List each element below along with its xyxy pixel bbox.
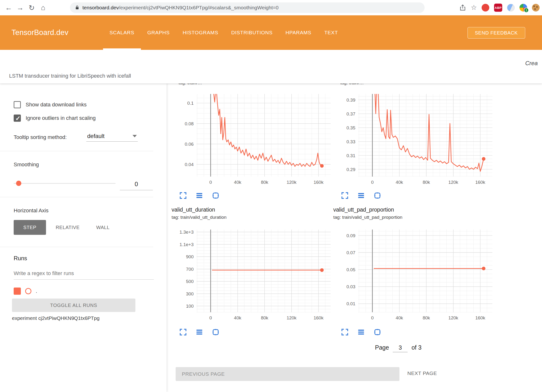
chart-canvas[interactable]: 040k80k120k160k0.040.060.080.1 — [175, 87, 333, 187]
scalar-chart[interactable]: 040k80k120k160k0.290.310.330.350.370.39 — [337, 87, 495, 188]
axis-relative-button[interactable]: RELATIVE — [49, 220, 86, 235]
tab-hparams[interactable]: HPARAMS — [279, 15, 318, 50]
svg-text:80k: 80k — [423, 180, 430, 185]
chart-card: tag: train/… 040k80k120k160k0.290.310.33… — [333, 82, 495, 188]
forward-icon[interactable]: → — [14, 4, 26, 12]
run-filter-input[interactable] — [14, 269, 154, 280]
next-page-button[interactable]: NEXT PAGE — [407, 370, 437, 376]
axis-step-button[interactable]: STEP — [14, 220, 46, 235]
reload-icon[interactable]: ↻ — [26, 4, 37, 12]
svg-text:0.06: 0.06 — [185, 142, 194, 147]
view-data-icon[interactable] — [196, 192, 203, 199]
tab-graphs[interactable]: GRAPHS — [141, 15, 176, 50]
smoothing-label: Smoothing — [14, 161, 39, 168]
slider-track[interactable] — [14, 183, 115, 184]
checkbox-label: Ignore outliers in chart scaling — [26, 115, 96, 121]
fit-domain-icon[interactable] — [374, 192, 381, 199]
chart-canvas[interactable]: 040k80k120k160k1003005007009001.1e+31.3e… — [175, 223, 333, 322]
horizontal-axis-label: Horizontal Axis — [14, 208, 49, 214]
svg-text:0.04: 0.04 — [185, 162, 194, 167]
svg-text:120k: 120k — [287, 180, 297, 185]
svg-text:160k: 160k — [475, 180, 485, 185]
scalar-chart[interactable]: 040k80k120k160k1003005007009001.1e+31.3e… — [175, 223, 334, 323]
tooltip-sorting-dropdown[interactable]: default — [86, 132, 138, 142]
page-of-label: of 3 — [411, 344, 421, 351]
slider-thumb[interactable] — [16, 181, 21, 186]
svg-text:40k: 40k — [234, 315, 241, 320]
divider — [0, 197, 153, 197]
view-data-icon[interactable] — [357, 192, 365, 199]
tab-distributions[interactable]: DISTRIBUTIONS — [225, 15, 279, 50]
run-checkbox-checked-icon[interactable] — [14, 288, 21, 295]
fullscreen-icon[interactable] — [341, 328, 349, 336]
fullscreen-icon[interactable] — [179, 328, 187, 336]
checkbox-checked-icon[interactable] — [14, 115, 21, 122]
svg-text:0: 0 — [209, 315, 212, 320]
chart-canvas[interactable]: 040k80k120k160k0.290.310.330.350.370.39 — [337, 87, 495, 187]
scalar-chart[interactable]: 040k80k120k160k0.010.030.050.070.09 — [337, 223, 495, 323]
fit-domain-icon[interactable] — [212, 192, 219, 199]
svg-text:160k: 160k — [475, 315, 485, 320]
tab-text[interactable]: TEXT — [318, 15, 344, 50]
tab-scalars[interactable]: SCALARS — [103, 15, 141, 50]
fit-domain-icon[interactable] — [374, 328, 381, 336]
svg-text:0.29: 0.29 — [346, 167, 355, 172]
view-data-icon[interactable] — [196, 328, 203, 336]
toggle-all-runs-button[interactable]: TOGGLE ALL RUNS — [12, 299, 135, 312]
home-icon[interactable]: ⌂ — [37, 4, 49, 12]
bookmark-star-icon[interactable]: ☆ — [471, 4, 477, 11]
app-header: TensorBoard.dev SCALARS GRAPHS HISTOGRAM… — [0, 15, 542, 50]
axis-wall-button[interactable]: WALL — [89, 220, 117, 235]
svg-text:0.33: 0.33 — [346, 139, 355, 144]
lock-icon — [75, 5, 80, 11]
chart-card: tag: train/… 040k80k120k160k0.040.060.08… — [172, 82, 334, 188]
divider — [0, 151, 153, 151]
cookie-extension-icon[interactable] — [532, 4, 540, 12]
svg-text:160k: 160k — [314, 315, 324, 320]
chart-canvas[interactable]: 040k80k120k160k0.010.030.050.070.09 — [337, 223, 495, 322]
previous-page-button[interactable]: PREVIOUS PAGE — [176, 367, 399, 381]
svg-text:80k: 80k — [261, 180, 268, 185]
chart-card: valid_utt_pad_proportion tag: train/vali… — [333, 207, 495, 323]
extension-icon-with-badge[interactable]: 1 — [519, 4, 527, 12]
share-icon[interactable] — [459, 4, 466, 11]
chart-toolbar — [179, 328, 219, 336]
run-row[interactable]: . — [14, 288, 37, 295]
page-number-input[interactable] — [393, 344, 408, 352]
svg-text:0.07: 0.07 — [346, 250, 355, 255]
send-feedback-button[interactable]: SEND FEEDBACK — [467, 27, 525, 39]
fullscreen-icon[interactable] — [341, 192, 349, 199]
run-color-swatch-icon[interactable] — [25, 288, 31, 294]
fullscreen-icon[interactable] — [179, 192, 187, 199]
experiment-header: Crea LSTM transducer training for LibriS… — [0, 50, 542, 83]
back-icon[interactable]: ← — [3, 4, 14, 12]
ignore-outliers-row[interactable]: Ignore outliers in chart scaling — [14, 115, 96, 122]
checkbox-unchecked-icon[interactable] — [14, 101, 21, 108]
smoothing-value-input[interactable] — [120, 178, 153, 190]
pagination: Page of 3 — [375, 344, 421, 352]
extension-icon[interactable] — [507, 4, 515, 12]
tensorboard-logo[interactable]: TensorBoard.dev — [12, 15, 68, 50]
run-name: . — [36, 288, 37, 294]
address-bar[interactable]: tensorboard.dev/experiment/cj2vtPiwQHKN9… — [70, 2, 425, 13]
svg-text:1.3e+3: 1.3e+3 — [179, 230, 194, 235]
svg-text:0.09: 0.09 — [346, 233, 355, 238]
svg-text:0: 0 — [371, 180, 374, 185]
abp-extension-icon[interactable]: ABP — [494, 4, 502, 12]
fit-domain-icon[interactable] — [212, 328, 219, 336]
adblocker-extension-icon[interactable] — [482, 4, 489, 12]
page: ← → ↻ ⌂ tensorboard.dev/experiment/cj2vt… — [0, 0, 542, 392]
tab-histograms[interactable]: HISTOGRAMS — [176, 15, 225, 50]
divider — [0, 247, 153, 247]
svg-text:0: 0 — [371, 315, 374, 320]
svg-text:1.1e+3: 1.1e+3 — [179, 242, 194, 247]
svg-text:0.03: 0.03 — [346, 284, 355, 289]
svg-text:120k: 120k — [448, 180, 458, 185]
show-download-links-row[interactable]: Show data download links — [14, 101, 86, 108]
scalar-chart[interactable]: 040k80k120k160k0.040.060.080.1 — [175, 87, 334, 188]
svg-text:80k: 80k — [261, 315, 268, 320]
view-data-icon[interactable] — [357, 328, 365, 336]
svg-text:0.31: 0.31 — [346, 153, 355, 158]
smoothing-slider[interactable] — [14, 180, 115, 186]
extension-badge: 1 — [524, 8, 529, 13]
